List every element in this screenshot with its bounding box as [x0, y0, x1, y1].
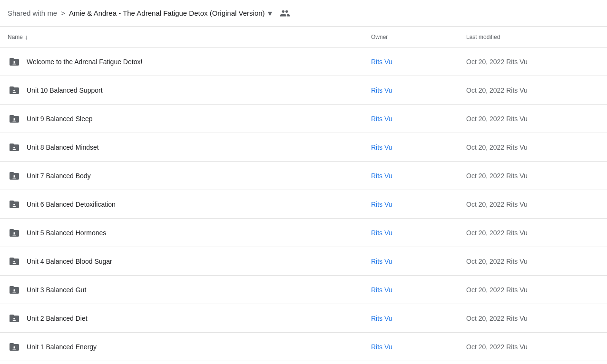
modified-by: Rits Vu [506, 172, 528, 180]
name-column-header[interactable]: Name ↓ [8, 33, 371, 41]
svg-point-8 [13, 289, 15, 291]
modified-by: Rits Vu [506, 115, 528, 123]
row-name-cell: Unit 10 Balanced Support [8, 84, 371, 97]
table-row[interactable]: Unit 9 Balanced Sleep Rits Vu Oct 20, 20… [0, 105, 607, 133]
row-name-cell: Welcome to the Adrenal Fatigue Detox! [8, 55, 371, 68]
row-owner-cell: Rits Vu [371, 201, 466, 208]
modified-date: Oct 20, 2022 [466, 115, 504, 123]
row-file-name: Unit 4 Balanced Blood Sugar [27, 258, 112, 265]
row-name-cell: Unit 2 Balanced Diet [8, 312, 371, 325]
row-name-cell: Unit 4 Balanced Blood Sugar [8, 255, 371, 268]
table-row[interactable]: Unit 10 Balanced Support Rits Vu Oct 20,… [0, 76, 607, 105]
svg-point-0 [13, 61, 15, 63]
current-folder-breadcrumb: Amie & Andrea - The Adrenal Fatigue Deto… [69, 8, 272, 19]
modified-date: Oct 20, 2022 [466, 172, 504, 180]
folder-dropdown-icon[interactable]: ▾ [268, 8, 272, 19]
row-name-cell: Unit 9 Balanced Sleep [8, 112, 371, 125]
breadcrumb-separator: > [61, 9, 65, 17]
modified-date: Oct 20, 2022 [466, 86, 504, 94]
row-modified-cell: Oct 20, 2022 Rits Vu [466, 258, 599, 265]
svg-point-5 [13, 203, 15, 205]
row-modified-cell: Oct 20, 2022 Rits Vu [466, 201, 599, 208]
table-row[interactable]: Unit 3 Balanced Gut Rits Vu Oct 20, 2022… [0, 276, 607, 304]
row-name-cell: Unit 7 Balanced Body [8, 169, 371, 182]
row-owner-cell: Rits Vu [371, 86, 466, 94]
row-file-name: Welcome to the Adrenal Fatigue Detox! [27, 58, 142, 66]
shared-folder-icon [8, 112, 21, 125]
row-file-name: Unit 2 Balanced Diet [27, 315, 88, 322]
name-header-label: Name [8, 34, 23, 40]
modified-date: Oct 20, 2022 [466, 229, 504, 237]
shared-folder-icon [8, 255, 21, 268]
row-owner-cell: Rits Vu [371, 258, 466, 265]
svg-point-4 [13, 175, 15, 177]
shared-folder-icon [8, 312, 21, 325]
table-header: Name ↓ Owner Last modified [0, 27, 607, 48]
modified-by: Rits Vu [506, 86, 528, 94]
table-row[interactable]: Unit 5 Balanced Hormones Rits Vu Oct 20,… [0, 219, 607, 247]
shared-folder-icon [8, 340, 21, 354]
row-file-name: Unit 5 Balanced Hormones [27, 229, 106, 237]
table-row[interactable]: Unit 8 Balanced Mindset Rits Vu Oct 20, … [0, 133, 607, 162]
row-modified-cell: Oct 20, 2022 Rits Vu [466, 286, 599, 294]
shared-folder-icon [8, 141, 21, 154]
row-name-cell: Unit 8 Balanced Mindset [8, 141, 371, 154]
row-file-name: Unit 7 Balanced Body [27, 172, 91, 180]
shared-folder-icon [8, 226, 21, 239]
shared-folder-icon [8, 55, 21, 68]
shared-with-me-breadcrumb[interactable]: Shared with me [8, 9, 57, 17]
row-owner-cell: Rits Vu [371, 172, 466, 180]
modified-date: Oct 20, 2022 [466, 58, 504, 66]
table-row[interactable]: Unit 7 Balanced Body Rits Vu Oct 20, 202… [0, 162, 607, 190]
modified-by: Rits Vu [506, 258, 528, 265]
row-file-name: Unit 8 Balanced Mindset [27, 144, 99, 151]
modified-by: Rits Vu [506, 58, 528, 66]
row-owner-cell: Rits Vu [371, 315, 466, 322]
svg-point-7 [13, 260, 15, 262]
modified-date: Oct 20, 2022 [466, 201, 504, 208]
shared-folder-icon [8, 283, 21, 297]
shared-folder-icon [8, 198, 21, 211]
modified-by: Rits Vu [506, 201, 528, 208]
row-modified-cell: Oct 20, 2022 Rits Vu [466, 115, 599, 123]
svg-point-2 [13, 118, 15, 120]
svg-point-1 [13, 89, 15, 91]
sort-icon: ↓ [25, 33, 28, 41]
row-owner-cell: Rits Vu [371, 58, 466, 66]
row-file-name: Unit 3 Balanced Gut [27, 286, 86, 294]
modified-date: Oct 20, 2022 [466, 144, 504, 151]
row-owner-cell: Rits Vu [371, 286, 466, 294]
row-file-name: Unit 6 Balanced Detoxification [27, 201, 116, 208]
row-name-cell: Unit 1 Balanced Energy [8, 340, 371, 354]
modified-by: Rits Vu [506, 343, 528, 351]
table-row[interactable]: Unit 4 Balanced Blood Sugar Rits Vu Oct … [0, 247, 607, 276]
modified-by: Rits Vu [506, 315, 528, 322]
modified-by: Rits Vu [506, 229, 528, 237]
row-file-name: Unit 9 Balanced Sleep [27, 115, 93, 123]
row-modified-cell: Oct 20, 2022 Rits Vu [466, 144, 599, 151]
modified-date: Oct 20, 2022 [466, 343, 504, 351]
share-people-icon[interactable] [280, 8, 290, 19]
modified-date: Oct 20, 2022 [466, 286, 504, 294]
row-name-cell: Unit 3 Balanced Gut [8, 283, 371, 297]
modified-by: Rits Vu [506, 286, 528, 294]
modified-date: Oct 20, 2022 [466, 258, 504, 265]
shared-folder-icon [8, 169, 21, 182]
row-modified-cell: Oct 20, 2022 Rits Vu [466, 315, 599, 322]
row-modified-cell: Oct 20, 2022 Rits Vu [466, 343, 599, 351]
row-modified-cell: Oct 20, 2022 Rits Vu [466, 86, 599, 94]
svg-point-9 [13, 317, 15, 319]
table-row[interactable]: Unit 2 Balanced Diet Rits Vu Oct 20, 202… [0, 304, 607, 333]
modified-column-header: Last modified [466, 34, 599, 40]
row-owner-cell: Rits Vu [371, 144, 466, 151]
row-name-cell: Unit 6 Balanced Detoxification [8, 198, 371, 211]
row-modified-cell: Oct 20, 2022 Rits Vu [466, 229, 599, 237]
shared-folder-icon [8, 84, 21, 97]
row-owner-cell: Rits Vu [371, 115, 466, 123]
row-modified-cell: Oct 20, 2022 Rits Vu [466, 172, 599, 180]
table-row[interactable]: Unit 1 Balanced Energy Rits Vu Oct 20, 2… [0, 333, 607, 361]
table-row[interactable]: Unit 6 Balanced Detoxification Rits Vu O… [0, 190, 607, 219]
table-row[interactable]: Welcome to the Adrenal Fatigue Detox! Ri… [0, 48, 607, 76]
row-name-cell: Unit 5 Balanced Hormones [8, 226, 371, 239]
row-owner-cell: Rits Vu [371, 229, 466, 237]
